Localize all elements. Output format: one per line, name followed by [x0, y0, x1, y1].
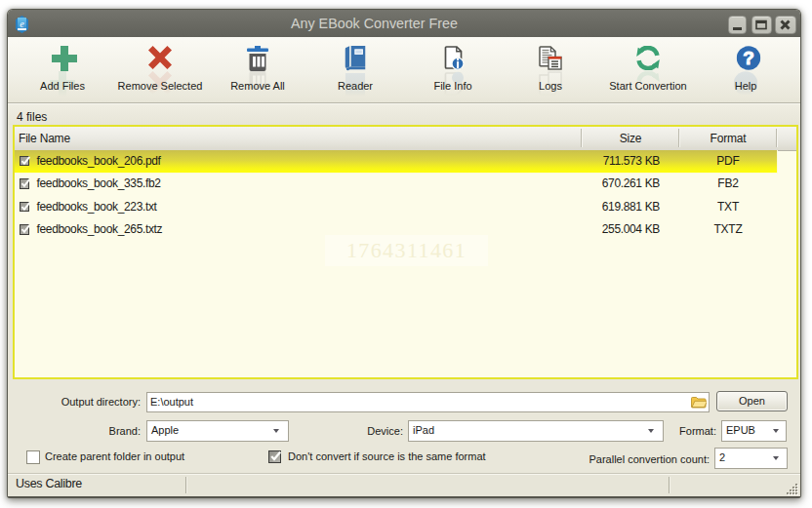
svg-text:e: e	[20, 19, 24, 29]
svg-text:?: ?	[743, 48, 754, 68]
